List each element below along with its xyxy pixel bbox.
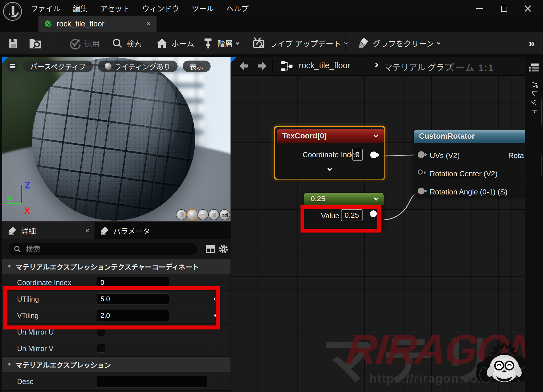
apply-button[interactable]: 適用	[68, 34, 100, 53]
menu-asset[interactable]: アセット	[100, 3, 129, 13]
display-filter-button[interactable]	[205, 244, 216, 256]
node-expand-chevron-icon[interactable]	[328, 166, 332, 171]
node-texcoord[interactable]: TexCoord[0] Coordinate Index 0	[277, 129, 384, 179]
rotator-input-label: UVs (V2)	[430, 151, 460, 160]
close-button[interactable]	[521, 3, 534, 14]
graph-back-button[interactable]	[238, 61, 250, 72]
search-label: 検索	[126, 38, 142, 49]
rotator-uvs-input-pin[interactable]	[418, 151, 425, 158]
palette-scrollbar[interactable]	[541, 99, 542, 125]
search-icon	[13, 245, 21, 253]
tab-details[interactable]: 詳細 ×	[2, 222, 94, 239]
menu-tools[interactable]: ツール	[192, 3, 214, 13]
toolbar-overflow-button[interactable]: »	[523, 35, 540, 52]
breadcrumb-root[interactable]: rock_tile_floor	[299, 61, 350, 70]
axis-y-label: Y	[6, 194, 13, 205]
palette-tab[interactable]: パレット	[530, 81, 540, 116]
menu-help[interactable]: ヘルプ	[227, 3, 249, 13]
texcoord-output-pin[interactable]	[370, 152, 377, 158]
asset-tab-title: rock_tile_floor	[57, 20, 104, 28]
parameters-pencil-icon	[100, 226, 109, 235]
save-icon	[7, 37, 19, 49]
brush-icon	[356, 37, 369, 49]
home-button[interactable]: ホーム	[156, 34, 194, 53]
tab-parameters-label: パラメータ	[113, 225, 150, 236]
rotator-output-label-partial: Rota	[508, 151, 524, 160]
hierarchy-button[interactable]: 階層	[202, 34, 239, 53]
section-title: マテリアルエクスプレッションテクスチャーコーディネート	[16, 262, 199, 271]
search-button[interactable]: 検索	[112, 34, 142, 53]
hamburger-icon	[10, 64, 15, 68]
rotator-center-input-pin[interactable]	[418, 169, 423, 175]
tab-parameters[interactable]: パラメータ	[94, 222, 163, 239]
details-search-box[interactable]	[8, 243, 198, 255]
menu-file[interactable]: ファイル	[31, 3, 60, 13]
node-rotator-header: CustomRotator	[414, 130, 525, 143]
annotation-rectangle-tiling	[3, 286, 220, 329]
maximize-button[interactable]	[497, 3, 511, 14]
graph-toolbar-divider	[272, 59, 273, 74]
show-button[interactable]: 表示	[183, 61, 211, 72]
mesh-plane-button[interactable]	[198, 210, 208, 220]
breadcrumb-current[interactable]: マテリアル グラフ	[384, 61, 452, 73]
viewport-toolbar: パースペクティブ ライティングあり 表示	[7, 61, 211, 72]
node-texcoord-header: TexCoord[0]	[277, 129, 384, 143]
material-asset-icon	[44, 20, 52, 28]
node-constant-header: 0.25	[304, 193, 384, 205]
node-custom-rotator[interactable]: CustomRotator UVs (V2) Rota Rotation Cen…	[414, 130, 525, 196]
perspective-button[interactable]: パースペクティブ	[23, 61, 93, 72]
rotator-input-label: Rotation Angle (0-1) (S)	[430, 188, 507, 196]
palette-strip: パレット	[525, 57, 543, 392]
view-mode-button[interactable]: ライティングあり	[98, 61, 178, 72]
property-row-un-mirror-v: Un Mirror V	[2, 340, 231, 357]
apply-icon	[68, 37, 81, 49]
graph-toolbar: rock_tile_floor マテリアル グラフ ズーム 1:1	[231, 57, 543, 76]
section-material-expression[interactable]: ▼ マテリアルエクスプレッション	[2, 357, 231, 372]
graph-panel: rock_tile_floor マテリアル グラフ ズーム 1:1 パレット マ…	[231, 57, 543, 392]
forward-arrow-icon	[256, 61, 268, 71]
lit-sphere-icon	[105, 63, 112, 70]
preview-mesh-buttons	[176, 210, 230, 220]
unreal-material-editor-window: ファイル 編集 アセット ウィンドウ ツール ヘルプ rock_tile_flo…	[0, 0, 543, 392]
save-button[interactable]	[7, 34, 19, 53]
asset-tab[interactable]: rock_tile_floor ×	[38, 16, 157, 32]
details-search-input[interactable]	[25, 245, 193, 254]
browse-to-asset-button[interactable]	[28, 34, 42, 53]
preview-viewport[interactable]: パースペクティブ ライティングあり 表示 Z Y X	[2, 57, 231, 221]
viewport-menu-button[interactable]	[7, 61, 18, 72]
cube-icon	[212, 213, 216, 217]
mesh-sphere-button[interactable]	[187, 210, 197, 220]
minimize-button[interactable]	[473, 3, 486, 14]
mesh-cube-button[interactable]	[209, 210, 219, 220]
un-mirror-v-checkbox[interactable]	[97, 344, 105, 352]
rotator-angle-input-pin[interactable]	[418, 188, 425, 194]
tab-details-close-icon[interactable]: ×	[85, 226, 89, 235]
minimize-icon	[476, 8, 483, 9]
node-texcoord-selection: TexCoord[0] Coordinate Index 0	[274, 126, 385, 180]
grid-view-icon	[205, 244, 216, 254]
desc-input[interactable]	[96, 375, 207, 388]
tab-close-icon[interactable]: ×	[146, 19, 151, 28]
node-collapse-chevron-icon[interactable]	[374, 196, 379, 201]
texcoord-value-box[interactable]: 0	[352, 149, 363, 161]
menu-edit[interactable]: 編集	[73, 3, 88, 13]
live-update-button[interactable]: ライブ アップデート	[253, 34, 347, 53]
section-texture-coordinate[interactable]: ▼ マテリアルエクスプレッションテクスチャーコーディネート	[2, 259, 231, 274]
settings-button[interactable]	[218, 244, 229, 256]
axis-gizmo: Z Y X	[6, 181, 40, 218]
graph-forward-button[interactable]	[256, 61, 268, 72]
property-label: Coordinate Index	[17, 279, 71, 287]
apply-label: 適用	[84, 38, 100, 49]
mesh-custom-button[interactable]	[220, 210, 230, 220]
material-graph-canvas[interactable]: マテリアル RIRAGON https://riragon.com	[231, 76, 525, 392]
clean-graph-button[interactable]: グラフをクリーン	[356, 34, 440, 53]
unreal-logo-icon[interactable]	[3, 2, 22, 21]
palette-scrollbar-segment[interactable]	[541, 155, 542, 175]
node-collapse-chevron-icon[interactable]	[374, 133, 379, 138]
show-label: 表示	[190, 61, 204, 71]
menu-window[interactable]: ウィンドウ	[142, 3, 179, 13]
toolbar-divider	[56, 34, 56, 52]
mesh-cylinder-button[interactable]	[176, 210, 186, 220]
breadcrumb-chevron-icon	[374, 63, 379, 67]
menu-bar: ファイル 編集 アセット ウィンドウ ツール ヘルプ	[31, 3, 249, 13]
